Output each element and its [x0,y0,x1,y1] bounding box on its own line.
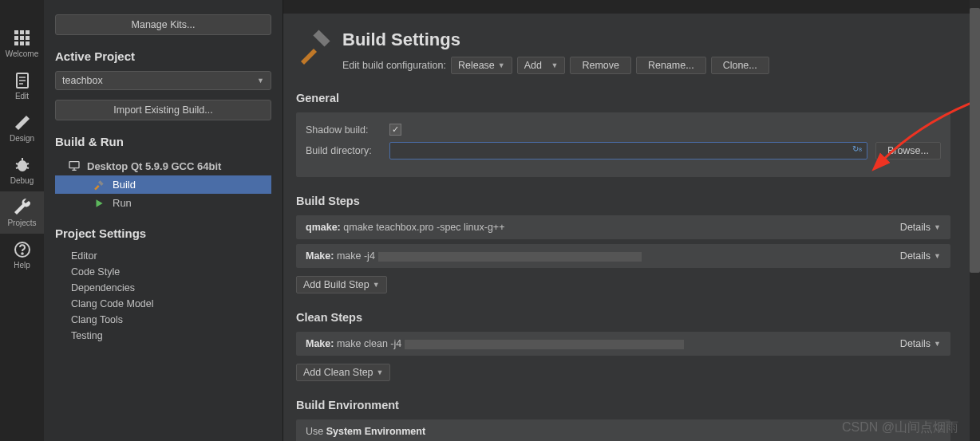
edit-config-label: Edit build configuration: [342,60,446,71]
manage-kits-button[interactable]: Manage Kits... [55,14,271,35]
help-icon [13,240,32,259]
title-bar [283,0,970,14]
qmake-label: qmake: [306,222,341,233]
chevron-down-icon: ▼ [551,61,558,69]
svg-rect-24 [98,180,104,186]
svg-rect-7 [20,41,24,45]
sidebar-help[interactable]: Help [0,234,44,276]
wrench-icon [13,198,32,217]
project-panel: Manage Kits... Active Project teachbox ▼… [44,0,283,441]
svg-rect-3 [14,36,18,40]
svg-line-17 [16,167,18,168]
svg-rect-8 [26,41,30,45]
chevron-down-icon: ▼ [373,281,380,289]
build-steps-heading: Build Steps [296,195,950,207]
svg-rect-4 [20,36,24,40]
shadow-build-label: Shadow build: [306,124,381,136]
clean-steps-heading: Clean Steps [296,311,950,324]
svg-rect-1 [20,30,24,34]
sidebar-edit[interactable]: Edit [0,65,44,107]
qmake-step: qmake: qmake teachbox.pro -spec linux-g+… [296,215,950,239]
clean-make-cmd: make clean -j4 [337,338,401,349]
settings-item-dependencies[interactable]: Dependencies [71,280,271,296]
document-icon [13,71,32,90]
sidebar-debug[interactable]: Debug [0,149,44,191]
use-label: Use [306,426,323,437]
kit-label: Desktop Qt 5.9.9 GCC 64bit [87,160,221,172]
sidebar-label: Design [10,134,34,143]
pencil-icon [13,113,32,132]
sidebar-label: Edit [15,92,29,100]
scroll-thumb[interactable] [970,8,980,273]
clean-make-label: Make: [306,338,334,349]
details-toggle[interactable]: Details ▼ [900,338,941,349]
main-area: Build Settings Edit build configuration:… [283,0,970,441]
shadow-build-checkbox[interactable]: ✓ [389,124,401,136]
make-step: Make: make -j4 Details ▼ [296,244,950,268]
svg-line-15 [16,163,18,164]
settings-item-editor[interactable]: Editor [71,248,271,264]
sidebar-label: Welcome [6,49,39,58]
kit-tree: Desktop Qt 5.9.9 GCC 64bit Build Run [55,156,271,212]
monitor-icon [68,159,81,172]
import-build-button[interactable]: Import Existing Build... [55,100,271,120]
play-icon [93,198,105,209]
sidebar-label: Debug [10,176,34,185]
settings-item-testing[interactable]: Testing [71,328,271,344]
add-config-button[interactable]: Add ▼ [517,57,566,74]
chevron-down-icon: ▼ [934,340,941,348]
general-panel: Shadow build: ✓ Build directory: ↻₈ Brow… [296,112,950,177]
chevron-down-icon: ▼ [498,61,505,69]
chevron-down-icon: ▼ [377,368,384,376]
settings-item-clang-tools[interactable]: Clang Tools [71,312,271,328]
remove-config-button[interactable]: Remove [570,57,631,74]
qmake-cmd: qmake teachbox.pro -spec linux-g++ [343,222,504,233]
config-combo[interactable]: Release ▼ [451,57,512,74]
sidebar-projects[interactable]: Projects [0,191,44,234]
details-toggle[interactable]: Details ▼ [900,250,941,262]
settings-item-codestyle[interactable]: Code Style [71,264,271,280]
general-heading: General [296,92,950,104]
redacted-text [405,340,684,349]
add-build-step-button[interactable]: Add Build Step ▼ [296,276,387,293]
build-run-heading: Build & Run [55,135,271,148]
page-title: Build Settings [342,30,950,50]
add-clean-step-button[interactable]: Add Clean Step ▼ [296,364,390,381]
chevron-down-icon: ▼ [257,77,264,85]
build-dir-label: Build directory: [306,145,381,156]
run-node[interactable]: Run [55,194,271,212]
active-project-combo[interactable]: teachbox ▼ [55,71,271,90]
variable-icon[interactable]: ↻₈ [852,144,862,153]
kit-item[interactable]: Desktop Qt 5.9.9 GCC 64bit [55,156,271,175]
rename-config-button[interactable]: Rename... [636,57,706,74]
scrollbar[interactable] [970,0,980,441]
svg-rect-0 [14,30,18,34]
watermark: CSDN @山间点烟雨 [842,419,958,436]
details-toggle[interactable]: Details ▼ [900,222,941,233]
make-cmd: make -j4 [337,250,375,262]
sidebar-design[interactable]: Design [0,107,44,149]
sidebar-label: Help [14,261,30,270]
settings-item-clang-model[interactable]: Clang Code Model [71,296,271,312]
hammer-icon [93,179,105,191]
svg-rect-21 [69,162,79,168]
build-node[interactable]: Build [55,175,271,194]
browse-button[interactable]: Browse... [875,142,941,159]
redacted-text [378,252,642,262]
svg-line-16 [26,163,29,164]
clone-config-button[interactable]: Clone... [711,57,769,74]
clean-make-step: Make: make clean -j4 Details ▼ [296,332,950,356]
project-settings-list: Editor Code Style Dependencies Clang Cod… [55,248,271,344]
sidebar-welcome[interactable]: Welcome [0,22,44,65]
svg-rect-2 [26,30,30,34]
build-env-heading: Build Environment [296,399,950,411]
svg-point-20 [22,253,23,254]
svg-rect-6 [14,41,18,45]
chevron-down-icon: ▼ [934,223,941,231]
build-label: Build [113,179,136,191]
combo-value: teachbox [62,75,103,86]
svg-rect-5 [26,36,30,40]
project-settings-heading: Project Settings [55,226,271,240]
bug-icon [13,156,32,175]
build-dir-input[interactable]: ↻₈ [389,142,867,159]
